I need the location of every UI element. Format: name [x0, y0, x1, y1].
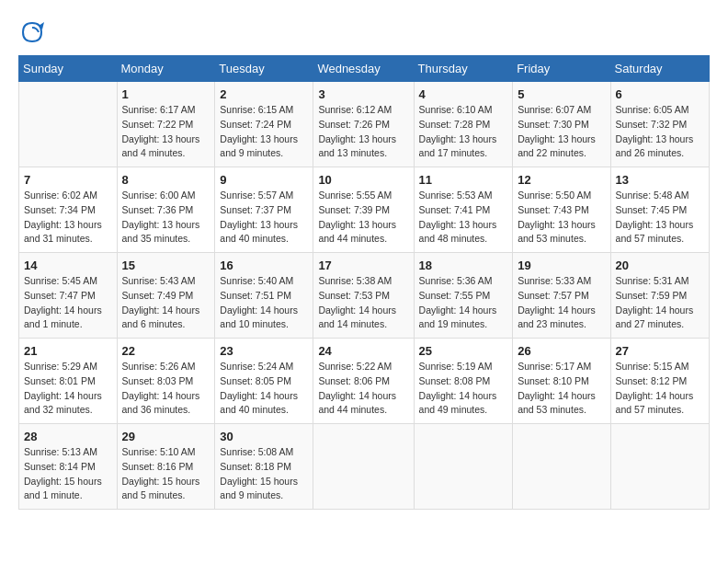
day-info: Sunrise: 5:50 AMSunset: 7:43 PMDaylight:… [518, 189, 605, 247]
calendar-day-cell: 24Sunrise: 5:22 AMSunset: 8:06 PMDayligh… [313, 339, 414, 424]
day-number: 28 [24, 430, 112, 443]
day-info: Sunrise: 5:45 AMSunset: 7:47 PMDaylight:… [24, 274, 112, 332]
calendar-day-cell: 26Sunrise: 5:17 AMSunset: 8:10 PMDayligh… [513, 339, 610, 424]
day-info: Sunrise: 5:53 AMSunset: 7:41 PMDaylight:… [419, 189, 508, 247]
calendar-day-cell: 14Sunrise: 5:45 AMSunset: 7:47 PMDayligh… [19, 253, 118, 339]
day-number: 6 [616, 87, 704, 101]
day-number: 3 [318, 87, 408, 101]
day-number: 16 [220, 259, 308, 272]
calendar-day-cell: 25Sunrise: 5:19 AMSunset: 8:08 PMDayligh… [414, 339, 513, 424]
calendar-day-cell: 15Sunrise: 5:43 AMSunset: 7:49 PMDayligh… [117, 253, 215, 339]
calendar-day-cell: 7Sunrise: 6:02 AMSunset: 7:34 PMDaylight… [19, 167, 118, 253]
page-header [18, 18, 710, 46]
day-number: 2 [220, 87, 308, 101]
calendar-day-cell: 11Sunrise: 5:53 AMSunset: 7:41 PMDayligh… [414, 167, 513, 253]
day-number: 9 [220, 173, 308, 187]
calendar-day-cell: 16Sunrise: 5:40 AMSunset: 7:51 PMDayligh… [215, 253, 313, 339]
calendar-day-cell: 18Sunrise: 5:36 AMSunset: 7:55 PMDayligh… [414, 253, 513, 339]
day-info: Sunrise: 6:02 AMSunset: 7:34 PMDaylight:… [24, 189, 112, 247]
calendar-day-cell: 9Sunrise: 5:57 AMSunset: 7:37 PMDaylight… [215, 167, 313, 253]
calendar-day-cell [610, 424, 709, 510]
day-info: Sunrise: 5:48 AMSunset: 7:45 PMDaylight:… [616, 189, 704, 247]
calendar-day-cell [19, 82, 118, 167]
day-info: Sunrise: 5:36 AMSunset: 7:55 PMDaylight:… [419, 274, 508, 332]
day-number: 12 [518, 173, 605, 187]
calendar-day-cell: 21Sunrise: 5:29 AMSunset: 8:01 PMDayligh… [19, 339, 118, 424]
day-info: Sunrise: 6:17 AMSunset: 7:22 PMDaylight:… [122, 103, 210, 161]
calendar-day-cell: 19Sunrise: 5:33 AMSunset: 7:57 PMDayligh… [513, 253, 610, 339]
calendar-day-cell: 28Sunrise: 5:13 AMSunset: 8:14 PMDayligh… [19, 424, 118, 510]
day-number: 26 [518, 344, 605, 358]
day-number: 20 [616, 259, 704, 272]
day-number: 24 [318, 344, 408, 358]
day-info: Sunrise: 5:33 AMSunset: 7:57 PMDaylight:… [518, 274, 605, 332]
header-row: SundayMondayTuesdayWednesdayThursdayFrid… [19, 56, 710, 82]
weekday-header: Friday [513, 56, 610, 82]
day-info: Sunrise: 5:13 AMSunset: 8:14 PMDaylight:… [24, 445, 112, 503]
day-info: Sunrise: 5:10 AMSunset: 8:16 PMDaylight:… [122, 445, 210, 503]
day-number: 8 [122, 173, 210, 187]
day-number: 14 [24, 259, 112, 272]
logo-icon [18, 18, 46, 46]
calendar-day-cell [414, 424, 513, 510]
weekday-header: Tuesday [215, 56, 313, 82]
weekday-header: Wednesday [313, 56, 414, 82]
day-info: Sunrise: 6:05 AMSunset: 7:32 PMDaylight:… [616, 103, 704, 161]
calendar-day-cell: 3Sunrise: 6:12 AMSunset: 7:26 PMDaylight… [313, 82, 414, 167]
day-number: 5 [518, 87, 605, 101]
day-info: Sunrise: 5:22 AMSunset: 8:06 PMDaylight:… [318, 360, 408, 418]
day-number: 25 [419, 344, 508, 358]
calendar-day-cell: 29Sunrise: 5:10 AMSunset: 8:16 PMDayligh… [117, 424, 215, 510]
calendar-day-cell: 23Sunrise: 5:24 AMSunset: 8:05 PMDayligh… [215, 339, 313, 424]
calendar-week-row: 21Sunrise: 5:29 AMSunset: 8:01 PMDayligh… [19, 339, 710, 424]
day-number: 19 [518, 259, 605, 272]
day-info: Sunrise: 5:43 AMSunset: 7:49 PMDaylight:… [122, 274, 210, 332]
day-info: Sunrise: 6:12 AMSunset: 7:26 PMDaylight:… [318, 103, 408, 161]
day-number: 17 [318, 259, 408, 272]
day-number: 10 [318, 173, 408, 187]
calendar-day-cell: 13Sunrise: 5:48 AMSunset: 7:45 PMDayligh… [610, 167, 709, 253]
day-info: Sunrise: 5:15 AMSunset: 8:12 PMDaylight:… [616, 360, 704, 418]
day-info: Sunrise: 5:55 AMSunset: 7:39 PMDaylight:… [318, 189, 408, 247]
day-info: Sunrise: 5:38 AMSunset: 7:53 PMDaylight:… [318, 274, 408, 332]
day-info: Sunrise: 5:29 AMSunset: 8:01 PMDaylight:… [24, 360, 112, 418]
calendar-day-cell: 1Sunrise: 6:17 AMSunset: 7:22 PMDaylight… [117, 82, 215, 167]
calendar-day-cell: 30Sunrise: 5:08 AMSunset: 8:18 PMDayligh… [215, 424, 313, 510]
day-number: 30 [220, 430, 308, 443]
day-info: Sunrise: 5:24 AMSunset: 8:05 PMDaylight:… [220, 360, 308, 418]
day-number: 1 [122, 87, 210, 101]
day-number: 22 [122, 344, 210, 358]
day-info: Sunrise: 5:17 AMSunset: 8:10 PMDaylight:… [518, 360, 605, 418]
day-number: 11 [419, 173, 508, 187]
calendar-week-row: 1Sunrise: 6:17 AMSunset: 7:22 PMDaylight… [19, 82, 710, 167]
calendar-day-cell: 10Sunrise: 5:55 AMSunset: 7:39 PMDayligh… [313, 167, 414, 253]
calendar-day-cell: 5Sunrise: 6:07 AMSunset: 7:30 PMDaylight… [513, 82, 610, 167]
day-info: Sunrise: 5:26 AMSunset: 8:03 PMDaylight:… [122, 360, 210, 418]
calendar-week-row: 28Sunrise: 5:13 AMSunset: 8:14 PMDayligh… [19, 424, 710, 510]
calendar-day-cell: 6Sunrise: 6:05 AMSunset: 7:32 PMDaylight… [610, 82, 709, 167]
day-number: 29 [122, 430, 210, 443]
calendar-day-cell: 20Sunrise: 5:31 AMSunset: 7:59 PMDayligh… [610, 253, 709, 339]
calendar-week-row: 7Sunrise: 6:02 AMSunset: 7:34 PMDaylight… [19, 167, 710, 253]
calendar-day-cell [313, 424, 414, 510]
weekday-header: Thursday [414, 56, 513, 82]
calendar-day-cell: 12Sunrise: 5:50 AMSunset: 7:43 PMDayligh… [513, 167, 610, 253]
day-number: 7 [24, 173, 112, 187]
calendar-day-cell: 27Sunrise: 5:15 AMSunset: 8:12 PMDayligh… [610, 339, 709, 424]
day-number: 13 [616, 173, 704, 187]
calendar-day-cell [513, 424, 610, 510]
weekday-header: Monday [117, 56, 215, 82]
day-info: Sunrise: 5:31 AMSunset: 7:59 PMDaylight:… [616, 274, 704, 332]
day-info: Sunrise: 6:00 AMSunset: 7:36 PMDaylight:… [122, 189, 210, 247]
day-number: 21 [24, 344, 112, 358]
calendar-day-cell: 4Sunrise: 6:10 AMSunset: 7:28 PMDaylight… [414, 82, 513, 167]
day-info: Sunrise: 6:10 AMSunset: 7:28 PMDaylight:… [419, 103, 508, 161]
calendar-day-cell: 22Sunrise: 5:26 AMSunset: 8:03 PMDayligh… [117, 339, 215, 424]
day-info: Sunrise: 5:57 AMSunset: 7:37 PMDaylight:… [220, 189, 308, 247]
day-info: Sunrise: 5:08 AMSunset: 8:18 PMDaylight:… [220, 445, 308, 503]
day-number: 18 [419, 259, 508, 272]
day-number: 15 [122, 259, 210, 272]
calendar-day-cell: 17Sunrise: 5:38 AMSunset: 7:53 PMDayligh… [313, 253, 414, 339]
day-number: 27 [616, 344, 704, 358]
calendar-day-cell: 8Sunrise: 6:00 AMSunset: 7:36 PMDaylight… [117, 167, 215, 253]
